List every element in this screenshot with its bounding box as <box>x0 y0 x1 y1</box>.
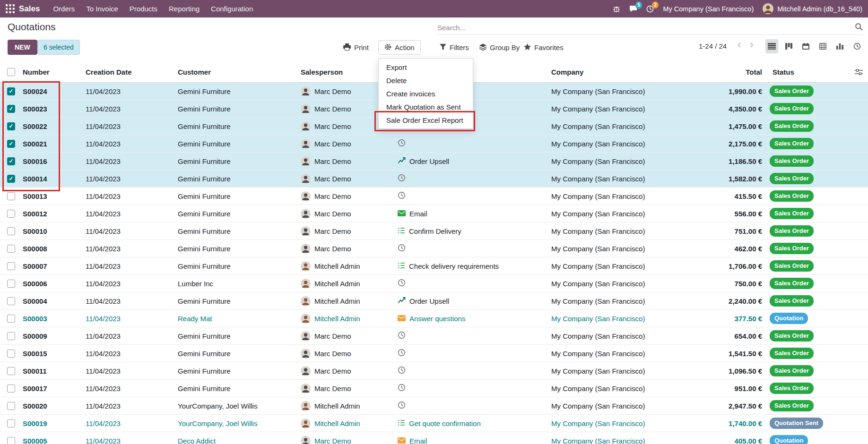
order-number[interactable]: S00009 <box>20 332 83 340</box>
company-switcher[interactable]: My Company (San Francisco) <box>663 5 754 13</box>
table-row[interactable]: S0001911/04/2023YourCompany, Joel Willis… <box>0 415 868 432</box>
row-checkbox[interactable] <box>7 87 15 95</box>
app-name[interactable]: Sales <box>19 4 40 14</box>
selected-count-chip[interactable]: 6 selected <box>37 40 80 55</box>
next-activity[interactable] <box>395 279 548 288</box>
activity-view-icon[interactable] <box>851 39 863 53</box>
order-number[interactable]: S00010 <box>20 227 83 235</box>
table-row[interactable]: S0002011/04/2023YourCompany, Joel Willis… <box>0 397 868 415</box>
row-checkbox[interactable] <box>7 122 15 130</box>
row-checkbox[interactable] <box>7 262 15 270</box>
next-activity[interactable]: Answer questions <box>395 315 548 323</box>
menu-orders[interactable]: Orders <box>47 0 80 17</box>
pivot-view-icon[interactable] <box>816 39 829 53</box>
order-number[interactable]: S00014 <box>20 175 83 183</box>
menu-products[interactable]: Products <box>124 0 163 17</box>
action-button[interactable]: Action <box>378 40 421 55</box>
next-activity[interactable] <box>395 244 548 253</box>
search-input[interactable] <box>437 24 855 32</box>
table-row[interactable]: S0001211/04/2023Gemini FurnitureMarc Dem… <box>0 205 868 222</box>
order-number[interactable]: S00021 <box>20 140 83 148</box>
row-checkbox[interactable] <box>7 280 15 288</box>
row-checkbox[interactable] <box>7 157 15 165</box>
print-button[interactable]: Print <box>343 40 369 55</box>
order-number[interactable]: S00024 <box>20 87 83 95</box>
order-number[interactable]: S00008 <box>20 245 83 253</box>
favorites-button[interactable]: Favorites <box>524 40 564 55</box>
order-number[interactable]: S00012 <box>20 210 83 218</box>
order-number[interactable]: S00017 <box>20 384 83 393</box>
table-row[interactable]: S0000711/04/2023Gemini FurnitureMitchell… <box>0 257 868 275</box>
next-activity[interactable] <box>395 349 548 358</box>
order-number[interactable]: S00007 <box>20 262 83 270</box>
table-row[interactable]: S0001311/04/2023Gemini FurnitureMarc Dem… <box>0 188 868 205</box>
header-total[interactable]: Total <box>688 68 766 76</box>
action-menu-item[interactable]: Delete <box>379 74 473 87</box>
next-activity[interactable] <box>395 174 548 183</box>
row-checkbox[interactable] <box>7 315 15 323</box>
search-icon[interactable] <box>855 23 863 33</box>
next-activity[interactable] <box>395 331 548 341</box>
row-checkbox[interactable] <box>7 350 15 358</box>
next-activity[interactable]: Get quote confirmation <box>395 419 548 427</box>
order-number[interactable]: S00015 <box>20 350 83 358</box>
next-activity[interactable]: Confirm Delivery <box>395 227 548 235</box>
next-activity[interactable]: Check delivery requirements <box>395 262 548 270</box>
order-number[interactable]: S00020 <box>20 402 83 410</box>
order-number[interactable]: S00006 <box>20 280 83 288</box>
table-row[interactable]: S0001611/04/2023Gemini FurnitureMarc Dem… <box>0 153 868 170</box>
row-checkbox[interactable] <box>7 140 15 148</box>
next-activity[interactable]: Email <box>395 210 548 218</box>
row-checkbox[interactable] <box>7 437 15 444</box>
table-row[interactable]: S0000811/04/2023Gemini FurnitureMarc Dem… <box>0 240 868 257</box>
filters-button[interactable]: Filters <box>440 40 469 55</box>
user-menu[interactable]: Mitchell Admin (db_16_540) <box>763 3 862 14</box>
table-row[interactable]: S0001111/04/2023Gemini FurnitureMarc Dem… <box>0 362 868 380</box>
row-checkbox[interactable] <box>7 367 15 375</box>
row-checkbox[interactable] <box>7 419 15 427</box>
next-activity[interactable]: Email <box>395 437 548 444</box>
next-activity[interactable] <box>395 401 548 410</box>
row-checkbox[interactable] <box>7 384 15 393</box>
next-activity[interactable] <box>395 191 548 201</box>
next-activity[interactable]: Order Upsell <box>395 297 548 305</box>
row-checkbox[interactable] <box>7 297 15 305</box>
table-row[interactable]: S0000911/04/2023Gemini FurnitureMarc Dem… <box>0 327 868 345</box>
header-customer[interactable]: Customer <box>175 68 298 76</box>
search-bar[interactable] <box>437 21 863 35</box>
activities-icon[interactable]: 2 <box>646 5 654 13</box>
apps-grid-icon[interactable] <box>6 4 15 13</box>
row-checkbox[interactable] <box>7 105 15 113</box>
table-row[interactable]: S0001711/04/2023Gemini FurnitureMarc Dem… <box>0 380 868 397</box>
menu-reporting[interactable]: Reporting <box>163 0 205 17</box>
menu-configuration[interactable]: Configuration <box>205 0 259 17</box>
row-checkbox[interactable] <box>7 402 15 410</box>
group-by-button[interactable]: Group By <box>479 40 520 55</box>
action-menu-item[interactable]: Mark Quotation as Sent <box>379 100 473 113</box>
kanban-view-icon[interactable] <box>782 39 795 53</box>
table-row[interactable]: S0001511/04/2023Gemini FurnitureMarc Dem… <box>0 345 868 362</box>
order-number[interactable]: S00013 <box>20 192 83 200</box>
table-row[interactable]: S0000411/04/2023Gemini FurnitureMitchell… <box>0 292 868 310</box>
select-all-checkbox[interactable] <box>7 68 15 76</box>
row-checkbox[interactable] <box>7 227 15 235</box>
order-number[interactable]: S00023 <box>20 105 83 113</box>
order-number[interactable]: S00004 <box>20 297 83 305</box>
list-view-icon[interactable] <box>765 39 778 53</box>
header-status[interactable]: Status <box>766 68 846 76</box>
order-number[interactable]: S00022 <box>20 122 83 130</box>
header-number[interactable]: Number <box>20 68 83 76</box>
order-number[interactable]: S00003 <box>20 315 83 323</box>
header-company[interactable]: Company <box>548 68 688 76</box>
calendar-view-icon[interactable] <box>799 39 812 53</box>
next-activity[interactable]: Order Upsell <box>395 157 548 165</box>
new-button[interactable]: NEW <box>8 40 37 55</box>
messages-icon[interactable]: 5 <box>629 5 637 12</box>
row-checkbox[interactable] <box>7 332 15 340</box>
table-row[interactable]: S0000511/04/2023Deco AddictMarc DemoEmai… <box>0 432 868 444</box>
row-checkbox[interactable] <box>7 192 15 200</box>
table-row[interactable]: S0001011/04/2023Gemini FurnitureMarc Dem… <box>0 222 868 240</box>
action-menu-item[interactable]: Create invoices <box>379 87 473 100</box>
order-number[interactable]: S00016 <box>20 157 83 165</box>
order-number[interactable]: S00019 <box>20 419 83 427</box>
